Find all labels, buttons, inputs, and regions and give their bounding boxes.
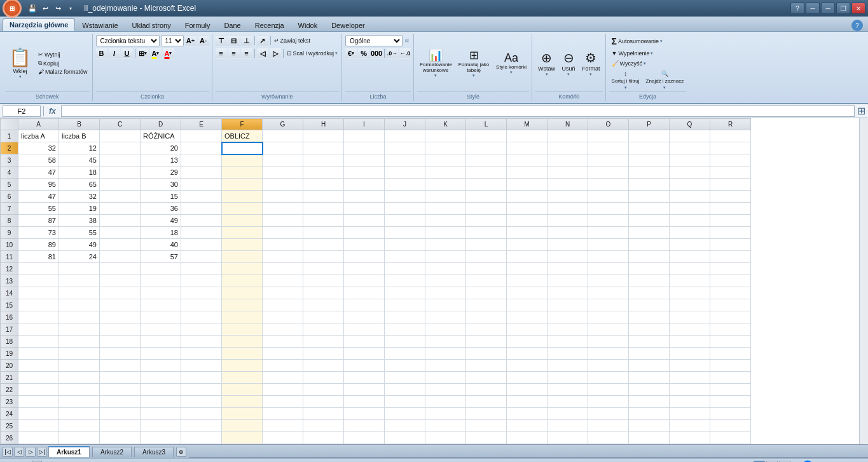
cell-J5[interactable] bbox=[385, 179, 425, 191]
cell-R7[interactable] bbox=[710, 203, 751, 215]
cell-P9[interactable] bbox=[629, 227, 670, 239]
cell-Q15[interactable] bbox=[670, 299, 710, 311]
currency-btn[interactable]: €▾ bbox=[345, 48, 357, 59]
cell-Q4[interactable] bbox=[670, 166, 710, 179]
cell-P17[interactable] bbox=[629, 323, 670, 336]
font-color-button[interactable]: A▾ bbox=[163, 48, 174, 59]
cell-B7[interactable]: 19 bbox=[59, 203, 100, 215]
col-header-I[interactable]: I bbox=[344, 119, 385, 130]
cell-N8[interactable] bbox=[548, 215, 588, 227]
tab-uklad[interactable]: Układ strony bbox=[125, 18, 178, 31]
cell-N4[interactable] bbox=[548, 166, 588, 179]
cell-H15[interactable] bbox=[303, 299, 344, 311]
cell-B14[interactable] bbox=[59, 287, 100, 299]
cell-L8[interactable] bbox=[466, 215, 507, 227]
autosum-btn[interactable]: Σ Autosumowanie ▾ bbox=[609, 35, 665, 48]
sheet-tab-arkusz1[interactable]: Arkusz1 bbox=[48, 446, 90, 457]
cell-G20[interactable] bbox=[263, 360, 303, 372]
cell-G24[interactable] bbox=[263, 408, 303, 420]
cell-G6[interactable] bbox=[263, 191, 303, 203]
cell-B16[interactable] bbox=[59, 311, 100, 323]
cell-O5[interactable] bbox=[588, 179, 629, 191]
insert-btn[interactable]: ⊕ Wstaw ▾ bbox=[535, 49, 558, 78]
cell-N22[interactable] bbox=[548, 384, 588, 396]
cell-F25[interactable] bbox=[222, 420, 263, 432]
row-header-11[interactable]: 11 bbox=[1, 251, 18, 263]
cell-B4[interactable]: 18 bbox=[59, 166, 100, 179]
cell-O1[interactable] bbox=[588, 130, 629, 142]
cell-H26[interactable] bbox=[303, 432, 344, 444]
col-header-B[interactable]: B bbox=[59, 119, 100, 130]
font-size-select[interactable]: 11 8910 12141618 bbox=[161, 35, 184, 46]
cell-A19[interactable] bbox=[18, 348, 59, 360]
cell-P23[interactable] bbox=[629, 396, 670, 408]
cell-I8[interactable] bbox=[344, 215, 385, 227]
row-header-17[interactable]: 17 bbox=[1, 323, 18, 336]
cell-R16[interactable] bbox=[710, 311, 751, 323]
cell-P1[interactable] bbox=[629, 130, 670, 142]
cell-Q19[interactable] bbox=[670, 348, 710, 360]
cell-O3[interactable] bbox=[588, 154, 629, 166]
cell-B18[interactable] bbox=[59, 336, 100, 348]
cell-R25[interactable] bbox=[710, 420, 751, 432]
close-btn[interactable]: ✕ bbox=[851, 3, 865, 14]
cell-D20[interactable] bbox=[141, 360, 181, 372]
cell-Q21[interactable] bbox=[670, 372, 710, 384]
cell-F9[interactable] bbox=[222, 227, 263, 239]
cell-C1[interactable] bbox=[100, 130, 141, 142]
col-header-A[interactable]: A bbox=[18, 119, 59, 130]
cell-L1[interactable] bbox=[466, 130, 507, 142]
cell-G26[interactable] bbox=[263, 432, 303, 444]
cell-L21[interactable] bbox=[466, 372, 507, 384]
cell-C13[interactable] bbox=[100, 275, 141, 287]
cell-P16[interactable] bbox=[629, 311, 670, 323]
cell-E4[interactable] bbox=[181, 166, 222, 179]
cell-F3[interactable] bbox=[222, 154, 263, 166]
cell-L9[interactable] bbox=[466, 227, 507, 239]
cell-J16[interactable] bbox=[385, 311, 425, 323]
tab-recenzja[interactable]: Recenzja bbox=[248, 18, 291, 31]
cell-F21[interactable] bbox=[222, 372, 263, 384]
cell-A18[interactable] bbox=[18, 336, 59, 348]
row-header-1[interactable]: 1 bbox=[1, 130, 18, 142]
col-header-G[interactable]: G bbox=[263, 119, 303, 130]
cell-K12[interactable] bbox=[425, 263, 466, 275]
col-header-D[interactable]: D bbox=[141, 119, 181, 130]
cell-G25[interactable] bbox=[263, 420, 303, 432]
cell-J4[interactable] bbox=[385, 166, 425, 179]
cell-H10[interactable] bbox=[303, 239, 344, 251]
cell-F19[interactable] bbox=[222, 348, 263, 360]
cell-M16[interactable] bbox=[507, 311, 548, 323]
cell-P25[interactable] bbox=[629, 420, 670, 432]
cell-O22[interactable] bbox=[588, 384, 629, 396]
cell-H6[interactable] bbox=[303, 191, 344, 203]
merge-center-btn[interactable]: ⊡ Scal i wyśrodkuj ▾ bbox=[286, 50, 340, 57]
cell-Q5[interactable] bbox=[670, 179, 710, 191]
row-header-5[interactable]: 5 bbox=[1, 179, 18, 191]
cell-E8[interactable] bbox=[181, 215, 222, 227]
cell-E20[interactable] bbox=[181, 360, 222, 372]
cell-O19[interactable] bbox=[588, 348, 629, 360]
cell-D11[interactable]: 57 bbox=[141, 251, 181, 263]
cell-I5[interactable] bbox=[344, 179, 385, 191]
cell-J12[interactable] bbox=[385, 263, 425, 275]
cell-J10[interactable] bbox=[385, 239, 425, 251]
cell-P8[interactable] bbox=[629, 215, 670, 227]
cell-J15[interactable] bbox=[385, 299, 425, 311]
cell-O23[interactable] bbox=[588, 396, 629, 408]
cell-Q22[interactable] bbox=[670, 384, 710, 396]
cell-A7[interactable]: 55 bbox=[18, 203, 59, 215]
cell-K14[interactable] bbox=[425, 287, 466, 299]
cell-B20[interactable] bbox=[59, 360, 100, 372]
col-header-J[interactable]: J bbox=[385, 119, 425, 130]
cell-reference-input[interactable]: F2 bbox=[3, 105, 41, 117]
cell-A2[interactable]: 32 bbox=[18, 142, 59, 154]
cell-Q24[interactable] bbox=[670, 408, 710, 420]
cell-Q10[interactable] bbox=[670, 239, 710, 251]
cell-C17[interactable] bbox=[100, 323, 141, 336]
cell-K11[interactable] bbox=[425, 251, 466, 263]
font-family-select[interactable]: Czcionka tekstu Arial Calibri Times New … bbox=[96, 35, 160, 46]
tab-widok[interactable]: Widok bbox=[291, 18, 325, 31]
row-header-18[interactable]: 18 bbox=[1, 336, 18, 348]
cell-R22[interactable] bbox=[710, 384, 751, 396]
